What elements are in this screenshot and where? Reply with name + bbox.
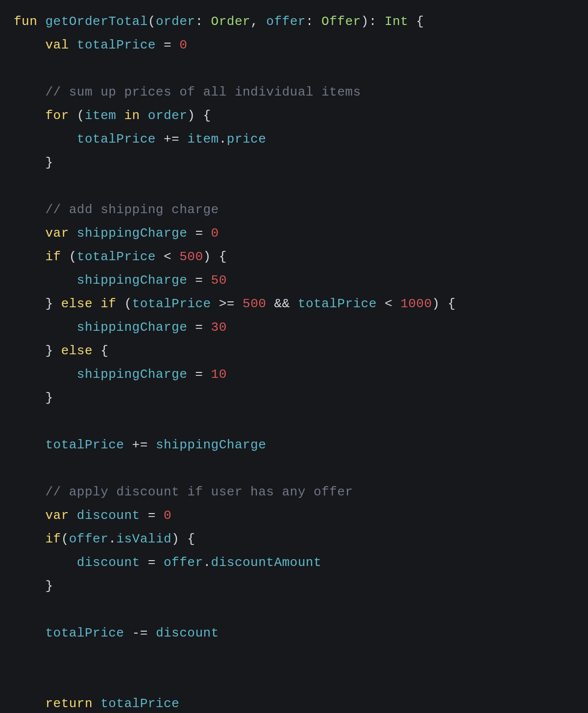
pn: ) { [172, 532, 195, 546]
fn-name: getOrderTotal [45, 14, 147, 29]
pn: ( [61, 249, 77, 264]
num-500: 500 [179, 249, 203, 264]
var-totalPrice: totalPrice [298, 296, 377, 311]
var-order: order [148, 108, 188, 123]
var-offer: offer [69, 532, 109, 546]
kw-var: var [45, 226, 69, 241]
var-discount: discount [77, 508, 140, 523]
pn: ) { [203, 249, 227, 264]
pn: ( [61, 532, 69, 546]
param-order: order [156, 14, 196, 29]
var-discount: discount [156, 626, 219, 640]
pn: ) { [187, 108, 211, 123]
pn: { [408, 14, 424, 29]
var-shippingCharge: shippingCharge [77, 367, 187, 382]
brace-close: } [45, 344, 61, 358]
kw-val: val [45, 38, 69, 52]
pn: : [195, 14, 211, 29]
param-offer: offer [266, 14, 306, 29]
var-totalPrice: totalPrice [100, 696, 179, 711]
pn: ( [116, 296, 132, 311]
op-eq: = [187, 320, 211, 335]
var-shippingCharge: shippingCharge [77, 273, 187, 288]
brace-close: } [45, 155, 53, 170]
var-offer: offer [164, 555, 203, 570]
op-minuseq: -= [124, 626, 155, 640]
op-pluseq: += [124, 438, 155, 452]
kw-fun: fun [14, 14, 37, 29]
var-totalPrice: totalPrice [45, 626, 124, 640]
prop-isValid: isValid [116, 532, 172, 546]
brace-close: } [45, 391, 53, 405]
brace-close: } [45, 579, 53, 593]
kw-if: if [45, 532, 61, 546]
kw-if: if [45, 249, 61, 264]
type-order: Order [211, 14, 251, 29]
num-500: 500 [243, 296, 266, 311]
prop-discountAmount: discountAmount [211, 555, 321, 570]
comment-shipping: // add shipping charge [45, 202, 219, 217]
type-offer: Offer [321, 14, 361, 29]
comment-sum: // sum up prices of all individual items [45, 85, 361, 99]
op-eq: = [140, 555, 164, 570]
num-1000: 1000 [400, 296, 432, 311]
op-eq: = [187, 273, 211, 288]
kw-if: if [100, 296, 116, 311]
var-discount: discount [77, 555, 140, 570]
op-eq: = [187, 367, 211, 382]
op-dot: . [203, 555, 211, 570]
pn: ( [69, 108, 85, 123]
num-0: 0 [211, 226, 219, 241]
kw-else: else [61, 344, 93, 358]
var-totalPrice: totalPrice [132, 296, 211, 311]
op-pluseq: += [156, 132, 187, 147]
brace-close: } [45, 296, 61, 311]
op-lt: < [156, 249, 179, 264]
var-totalPrice: totalPrice [77, 132, 156, 147]
pn: : [306, 14, 321, 29]
var-totalPrice: totalPrice [77, 38, 156, 52]
op-and: && [266, 296, 297, 311]
op-eq: = [156, 38, 179, 52]
num-0: 0 [179, 38, 187, 52]
op-dot: . [108, 532, 116, 546]
var-item: item [187, 132, 219, 147]
kw-for: for [45, 108, 69, 123]
var-shippingCharge: shippingCharge [77, 320, 187, 335]
pn: , [250, 14, 266, 29]
op-dot: . [219, 132, 227, 147]
var-totalPrice: totalPrice [45, 438, 124, 452]
kw-in: in [124, 108, 140, 123]
kw-var: var [45, 508, 69, 523]
op-eq: = [140, 508, 164, 523]
op-lt: < [377, 296, 400, 311]
type-int: Int [385, 14, 408, 29]
pn: ( [148, 14, 156, 29]
kw-return: return [45, 696, 93, 711]
num-0: 0 [164, 508, 172, 523]
num-30: 30 [211, 320, 227, 335]
num-50: 50 [211, 273, 227, 288]
code-block: fun getOrderTotal(order: Order, offer: O… [0, 0, 588, 713]
var-shippingCharge: shippingCharge [77, 226, 187, 241]
var-item: item [85, 108, 116, 123]
var-totalPrice: totalPrice [77, 249, 156, 264]
comment-discount: // apply discount if user has any offer [45, 485, 353, 499]
prop-price: price [227, 132, 267, 147]
pn: ): [361, 14, 385, 29]
op-ge: >= [211, 296, 243, 311]
pn: ) { [432, 296, 456, 311]
op-eq: = [187, 226, 211, 241]
var-shippingCharge: shippingCharge [156, 438, 266, 452]
pn: { [93, 344, 108, 358]
num-10: 10 [211, 367, 227, 382]
kw-else: else [61, 296, 93, 311]
